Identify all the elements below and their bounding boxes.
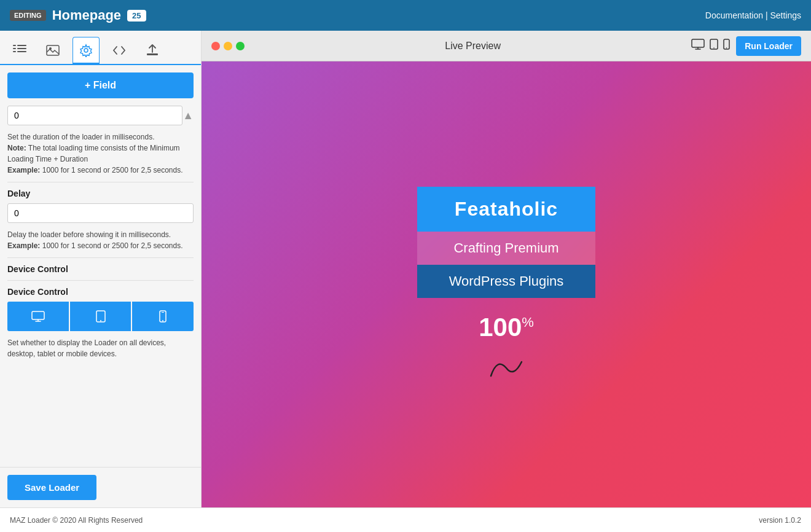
device-buttons (7, 302, 194, 331)
preview-title: Live Preview (254, 41, 691, 52)
svg-rect-3 (17, 48, 26, 49)
loader-spinner (488, 354, 525, 382)
editing-badge: EDITING (10, 10, 46, 21)
svg-rect-10 (32, 311, 44, 319)
sidebar-content: + Field ▲ Set the duration of the loader… (0, 65, 201, 467)
tablet-device-button[interactable] (70, 302, 131, 331)
loader-card: Feataholic Crafting Premium WordPress Pl… (417, 187, 595, 298)
footer-copyright: MAZ Loader © 2020 All Rights Reserved (10, 516, 143, 525)
svg-rect-15 (162, 312, 164, 313)
divider-3 (7, 280, 194, 281)
svg-point-18 (713, 47, 715, 49)
tab-image[interactable] (39, 37, 66, 64)
duration-input[interactable] (7, 106, 182, 125)
bottom-footer: MAZ Loader © 2020 All Rights Reserved ve… (0, 507, 811, 532)
svg-point-20 (726, 47, 727, 49)
svg-rect-4 (13, 51, 16, 52)
documentation-link[interactable]: Documentation (705, 10, 763, 20)
note-text: The total loading time consists of the M… (7, 144, 180, 163)
example-label: Example: (7, 166, 40, 174)
sidebar-footer: Save Loader (0, 467, 201, 507)
device-control-title1: Device Control (7, 264, 194, 274)
svg-rect-9 (147, 53, 158, 55)
traffic-light-yellow (224, 42, 232, 50)
divider-1 (7, 182, 194, 182)
delay-example-text: 1000 for 1 second or 2500 for 2,5 second… (42, 241, 183, 250)
traffic-lights (211, 42, 245, 50)
duration-field-row: ▲ (7, 106, 194, 125)
svg-rect-16 (692, 39, 704, 47)
device-description: Set whether to display the Loader on all… (7, 337, 194, 359)
loader-line1: Crafting Premium (417, 232, 595, 265)
delay-example-label: Example: (7, 241, 40, 250)
run-loader-button[interactable]: Run Loader (736, 36, 801, 56)
settings-link[interactable]: Settings (770, 10, 801, 20)
mobile-device-button[interactable] (132, 302, 194, 331)
page-count-badge: 25 (127, 10, 146, 22)
preview-mobile-icon[interactable] (723, 39, 730, 53)
preview-tablet-icon[interactable] (710, 39, 718, 53)
tab-upload[interactable] (139, 37, 166, 64)
main-layout: + Field ▲ Set the duration of the loader… (0, 31, 811, 507)
delay-input[interactable] (7, 203, 194, 223)
sidebar: + Field ▲ Set the duration of the loader… (0, 31, 202, 507)
loader-brand: Feataholic (417, 187, 595, 232)
top-header: EDITING Homepage 25 Documentation | Sett… (0, 0, 811, 31)
svg-point-8 (84, 49, 88, 52)
save-loader-button[interactable]: Save Loader (7, 475, 96, 500)
preview-canvas: Feataholic Crafting Premium WordPress Pl… (202, 61, 811, 507)
duration-description: Set the duration of the loader in millis… (7, 131, 194, 176)
svg-rect-0 (13, 45, 16, 46)
add-field-button[interactable]: + Field (7, 72, 194, 98)
footer-version: version 1.0.2 (759, 516, 801, 525)
divider-2 (7, 257, 194, 258)
loader-percent: 100% (479, 313, 534, 342)
svg-rect-2 (13, 48, 16, 49)
note-label: Note: (7, 144, 26, 152)
traffic-light-red (211, 42, 220, 50)
sidebar-tabs (0, 31, 201, 65)
device-control-title2: Device Control (7, 287, 194, 297)
delay-label: Delay (7, 189, 194, 198)
preview-desktop-icon[interactable] (691, 39, 705, 53)
svg-rect-1 (17, 45, 26, 46)
preview-bar: Live Preview Run Loader (202, 31, 811, 61)
tab-code[interactable] (106, 37, 133, 64)
preview-area: Live Preview Run Loader Feataholic Craft… (202, 31, 811, 507)
header-right: Documentation | Settings (705, 10, 801, 20)
delay-field-row (7, 203, 194, 223)
example-text: 1000 for 1 second or 2500 for 2,5 second… (42, 166, 183, 174)
tab-gear[interactable] (72, 37, 100, 64)
svg-point-14 (162, 320, 163, 321)
loader-line2: WordPress Plugins (417, 265, 595, 298)
scroll-up-arrow[interactable]: ▲ (182, 109, 194, 122)
svg-point-12 (100, 320, 101, 321)
delay-description: Delay the loader before showing it in mi… (7, 229, 194, 251)
svg-rect-5 (17, 51, 26, 52)
desktop-device-button[interactable] (7, 302, 69, 331)
tab-list[interactable] (6, 37, 33, 64)
page-title: Homepage (52, 7, 121, 23)
preview-device-icons (691, 39, 730, 53)
traffic-light-green (236, 42, 245, 50)
